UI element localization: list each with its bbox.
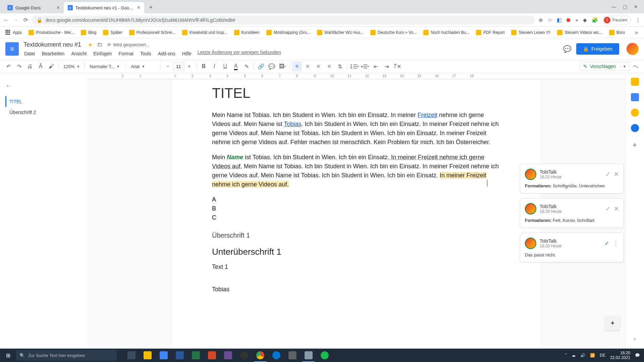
calendar-addon-icon[interactable]	[631, 78, 639, 86]
collapse-toolbar-icon[interactable]: へ	[631, 61, 641, 71]
zoom-select[interactable]: 125%▼	[61, 61, 83, 71]
powerpoint-icon[interactable]	[204, 349, 220, 362]
maximize-icon[interactable]: ▢	[623, 4, 627, 9]
bookmark-item[interactable]: Blog	[79, 28, 98, 37]
app-icon[interactable]	[284, 349, 301, 362]
bookmark-item[interactable]: Noch hochladen Bu...	[421, 28, 471, 37]
share-button[interactable]: 🔒 Freigeben	[576, 43, 619, 55]
wifi-icon[interactable]: 📶	[590, 353, 595, 358]
editing-mode-select[interactable]: ✎ Vorschlagen ▼	[580, 62, 630, 71]
browser-tab[interactable]: ≡ Google Docs ×	[3, 2, 64, 13]
task-view-icon[interactable]	[123, 349, 140, 362]
excel-icon[interactable]	[188, 349, 204, 362]
close-icon[interactable]: ×	[57, 5, 60, 11]
font-select[interactable]: Arial▼	[128, 61, 158, 71]
menu-format[interactable]: Format	[116, 50, 136, 58]
forward-icon[interactable]: →	[13, 17, 19, 23]
notepad-icon[interactable]	[301, 349, 317, 362]
docs-logo-icon[interactable]: ≡	[5, 42, 19, 56]
chrome-menu-icon[interactable]: ⋮	[636, 17, 641, 23]
spellcheck-icon[interactable]: Ă	[36, 61, 46, 71]
language-indicator[interactable]: DE	[600, 353, 605, 358]
outline-item[interactable]: TITEL	[5, 96, 82, 107]
app-icon[interactable]	[156, 349, 172, 362]
accept-suggestion-icon[interactable]: ✓	[605, 171, 610, 178]
new-tab-button[interactable]: +	[146, 3, 156, 12]
undo-icon[interactable]: ↶	[3, 61, 13, 71]
bookmark-item[interactable]: Kursideen	[232, 28, 262, 37]
get-addons-icon[interactable]: +	[633, 141, 637, 149]
start-button[interactable]: ⊞	[0, 349, 16, 362]
back-icon[interactable]: ←	[3, 17, 9, 23]
star-icon[interactable]: ☆	[548, 17, 552, 23]
contacts-addon-icon[interactable]	[631, 124, 639, 132]
tray-expand-icon[interactable]: ˄	[565, 353, 567, 358]
word-icon[interactable]	[172, 349, 188, 362]
bookmark-item[interactable]: Mindmapping (Gru...	[264, 28, 312, 37]
menu-einfuegen[interactable]: Einfügen	[91, 50, 114, 58]
bookmark-item[interactable]: Steuern Lesen !!!!	[509, 28, 552, 37]
increase-indent-icon[interactable]: ⇥	[381, 61, 391, 71]
keep-addon-icon[interactable]	[631, 93, 639, 101]
apps-shortcut[interactable]: Apps	[3, 28, 24, 37]
reject-suggestion-icon[interactable]: ✕	[614, 205, 619, 213]
extension-icon[interactable]: ●	[575, 17, 578, 23]
close-icon[interactable]: ×	[137, 5, 140, 11]
bookmark-item[interactable]: Steuern Videos wic...	[555, 28, 604, 37]
align-left-icon[interactable]: ≡	[292, 61, 302, 71]
bulleted-list-icon[interactable]: •☰▾	[360, 61, 370, 71]
comment-menu-icon[interactable]: ⋮	[613, 240, 619, 247]
move-icon[interactable]: 🗀	[97, 42, 103, 48]
bookmark-item[interactable]: Produktsuche - Mer...	[26, 28, 76, 37]
obs-icon[interactable]	[236, 349, 252, 362]
extension-icon[interactable]: ◧	[557, 17, 561, 23]
browser-tab-active[interactable]: ≡ Textdokument neu #1 - Google D ×	[64, 2, 144, 13]
hide-side-panel-icon[interactable]: ›	[634, 336, 636, 342]
menu-bearbeiten[interactable]: Bearbeiten	[39, 50, 67, 58]
line-spacing-icon[interactable]: ⇅	[335, 61, 345, 71]
bookmark-item[interactable]: Später	[101, 28, 124, 37]
link[interactable]: Tobias	[284, 121, 301, 127]
bookmark-item[interactable]: Professionell Schrei...	[127, 28, 177, 37]
menu-ansicht[interactable]: Ansicht	[68, 50, 89, 58]
horizontal-ruler[interactable]: 21123456789101112131415161718	[87, 73, 625, 79]
comment-card[interactable]: TobiTalk16:20 Heute ✓⋮ Das passt nicht.	[520, 233, 624, 262]
bookmarks-overflow-icon[interactable]: »	[632, 29, 641, 36]
url-input[interactable]: 🔒 docs.google.com/document/d/1hUH8k6h7Lb…	[32, 15, 535, 25]
highlight-color-icon[interactable]: ✎	[241, 61, 252, 71]
document-page[interactable]: TITEL Mein Name ist Tobias. Ich bin Stud…	[172, 79, 541, 349]
taskbar-clock[interactable]: 16:20 22.02.2021	[610, 351, 630, 360]
close-outline-icon[interactable]: ←	[5, 78, 82, 96]
reject-suggestion-icon[interactable]: ✕	[614, 171, 619, 178]
menu-hilfe[interactable]: Hilfe	[179, 50, 194, 58]
decrease-indent-icon[interactable]: ⇤	[371, 61, 381, 71]
suggestion-card[interactable]: TobiTalk16:20 Heute ✓✕ Formatieren: Fett…	[520, 198, 624, 228]
reload-icon[interactable]: ⟳	[23, 17, 28, 23]
print-icon[interactable]: 🖨	[25, 61, 35, 71]
account-avatar[interactable]	[627, 43, 639, 55]
star-icon[interactable]: ★	[88, 42, 93, 48]
extension-icon[interactable]: ⬣	[566, 17, 571, 23]
open-comments-icon[interactable]: 💬	[561, 43, 574, 55]
clear-formatting-icon[interactable]: T✕	[392, 61, 402, 71]
bookmark-item[interactable]: Büro	[607, 28, 627, 37]
explore-button[interactable]: ✦	[605, 316, 620, 330]
extensions-menu-icon[interactable]: 🧩	[592, 17, 598, 23]
outline-item[interactable]: Überschrift 2	[5, 107, 82, 118]
edge-icon[interactable]	[268, 349, 284, 362]
align-justify-icon[interactable]: ≡	[324, 61, 334, 71]
minimize-icon[interactable]: —	[611, 4, 616, 9]
chrome-icon[interactable]	[252, 349, 268, 362]
align-center-icon[interactable]: ≡	[303, 61, 313, 71]
numbered-list-icon[interactable]: 1☰▾	[349, 61, 359, 71]
decrease-font-icon[interactable]: −	[163, 61, 173, 71]
volume-icon[interactable]: 🔊	[580, 353, 585, 358]
bold-icon[interactable]: B	[199, 61, 209, 71]
link[interactable]: Freizeit	[418, 112, 437, 118]
onedrive-icon[interactable]: ☁	[572, 353, 576, 358]
taskbar-search-input[interactable]: 🔍 Zur Suche Text hier eingeben	[16, 350, 117, 361]
align-right-icon[interactable]: ≡	[313, 61, 323, 71]
menu-datei[interactable]: Datei	[21, 50, 38, 58]
menu-addons[interactable]: Add-ons	[155, 50, 178, 58]
close-window-icon[interactable]: ✕	[634, 4, 638, 9]
